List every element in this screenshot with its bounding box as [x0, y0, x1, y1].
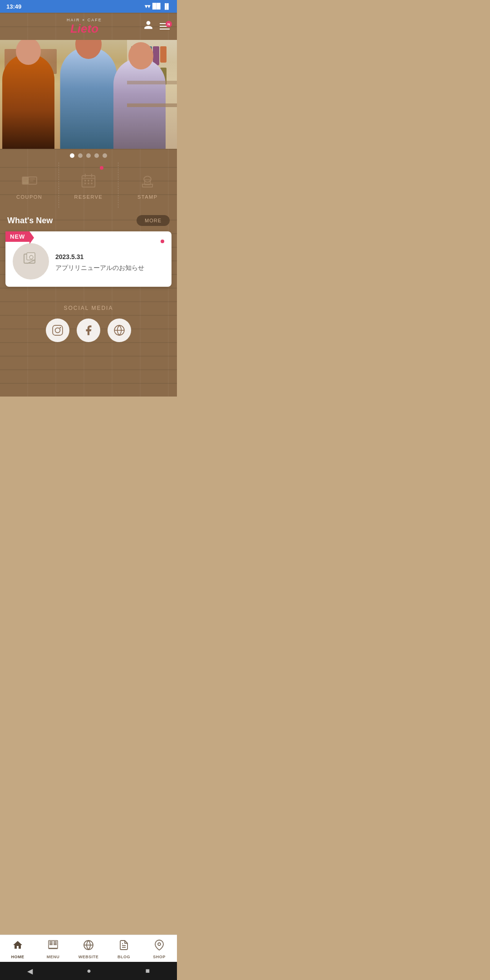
news-text: アプリリニューアルのお知らせ: [55, 263, 164, 273]
social-icons: [7, 318, 170, 342]
time-display: 13:49: [6, 3, 21, 10]
carousel-dot-4[interactable]: [94, 153, 99, 158]
hero-banner: [0, 40, 177, 149]
svg-rect-5: [29, 178, 34, 179]
carousel-dot-1[interactable]: [70, 153, 74, 158]
new-badge: NEW: [5, 231, 29, 242]
thumbnail-placeholder-icon: [23, 252, 39, 271]
carousel-dot-3[interactable]: [86, 153, 91, 158]
logo: HAIR × CAFE Lieto: [25, 18, 143, 35]
reserve-icon: [78, 171, 98, 191]
social-media-section: SOCIAL MEDIA: [0, 294, 177, 351]
svg-point-12: [88, 180, 89, 181]
carousel-indicators: [0, 149, 177, 162]
reserve-button[interactable]: RESERVE: [59, 162, 118, 208]
svg-rect-3: [23, 178, 28, 179]
menu-button[interactable]: N: [160, 23, 170, 29]
whats-new-header: What's New MORE: [0, 208, 177, 231]
more-button[interactable]: MORE: [137, 215, 170, 226]
news-content: 2023.5.31 アプリリニューアルのお知らせ: [55, 246, 164, 273]
news-notification-dot: [161, 240, 164, 243]
reserve-label: RESERVE: [74, 194, 103, 200]
menu-notification-badge: N: [166, 21, 172, 27]
profile-button[interactable]: [143, 20, 153, 33]
website-button[interactable]: [108, 318, 131, 342]
svg-point-13: [91, 180, 93, 181]
svg-rect-25: [53, 325, 63, 335]
facebook-button[interactable]: [77, 318, 100, 342]
svg-point-26: [55, 328, 60, 333]
svg-rect-4: [23, 181, 26, 181]
status-bar: 13:49 ▾▾ ▉▉ ▐▌: [0, 0, 177, 13]
svg-point-11: [84, 180, 86, 181]
whats-new-title: What's New: [7, 216, 53, 225]
svg-point-16: [91, 183, 93, 184]
wifi-icon: ▾▾: [145, 3, 150, 10]
logo-title: Lieto: [25, 22, 143, 35]
stamp-icon: [137, 171, 157, 191]
stamp-label: STAMP: [137, 194, 158, 200]
svg-point-19: [144, 176, 151, 182]
whats-new-section: What's New MORE NEW 2023.5.31 アプリリニューアルの…: [0, 208, 177, 397]
svg-point-27: [59, 327, 61, 328]
news-thumbnail: [13, 243, 49, 279]
stamp-button[interactable]: STAMP: [118, 162, 177, 208]
news-card[interactable]: NEW 2023.5.31 アプリリニューアルのお知らせ: [5, 231, 172, 287]
carousel-dot-5[interactable]: [103, 153, 107, 158]
svg-point-15: [88, 183, 89, 184]
social-media-title: SOCIAL MEDIA: [7, 305, 170, 311]
svg-rect-6: [29, 181, 33, 181]
status-icons: ▾▾ ▉▉ ▐▌: [145, 3, 171, 10]
news-date: 2023.5.31: [55, 253, 164, 260]
carousel-dot-2[interactable]: [78, 153, 83, 158]
coupon-label: COUPON: [16, 194, 42, 200]
battery-icon: ▐▌: [163, 3, 171, 10]
svg-point-14: [84, 183, 86, 184]
instagram-button[interactable]: [46, 318, 69, 342]
header-actions: N: [143, 20, 170, 33]
coupon-icon: [20, 171, 39, 191]
coupon-button[interactable]: COUPON: [0, 162, 59, 208]
signal-icon: ▉▉: [152, 3, 161, 10]
app-header: HAIR × CAFE Lieto N: [0, 13, 177, 40]
quick-actions: COUPON RESERVE: [0, 162, 177, 208]
